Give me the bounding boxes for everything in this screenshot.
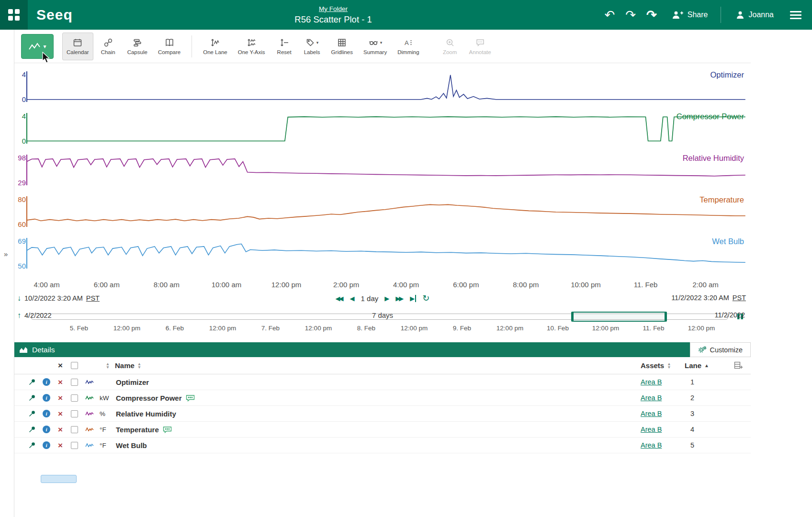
pin-icon[interactable] [28, 410, 36, 417]
signal-curve-optimizer[interactable] [27, 70, 745, 112]
asset-link[interactable]: Area B [641, 394, 662, 402]
step-size-label[interactable]: 1 day [361, 294, 379, 303]
step-back-button[interactable]: ◀ [350, 295, 355, 302]
remove-icon[interactable]: × [54, 410, 67, 418]
asset-link[interactable]: Area B [641, 426, 662, 433]
toolbar-button-one-lane[interactable]: One Lane [199, 33, 232, 60]
info-icon[interactable]: i [43, 426, 50, 433]
signal-name[interactable]: Optimizer [116, 378, 149, 386]
user-menu-button[interactable]: Joanna [735, 10, 774, 20]
share-forward-icon[interactable]: ↷ [646, 9, 657, 21]
remove-all-icon[interactable]: × [54, 361, 67, 370]
sort-lane-asc-icon[interactable]: ▲ [704, 363, 709, 368]
lane-label-relative-humidity: Relative Humidity [683, 154, 744, 163]
pin-icon[interactable] [28, 378, 36, 386]
pin-icon[interactable] [28, 426, 36, 433]
apps-grid-icon [8, 9, 20, 21]
signal-name[interactable]: Compressor Power [116, 394, 182, 402]
details-table-header: × ▲▼ Name▲▼ Assets▲▼ Lane▲ [14, 357, 751, 374]
sort-unit-icon[interactable]: ▲▼ [106, 362, 110, 369]
view-selector-button[interactable]: ▾ [21, 34, 54, 59]
info-icon[interactable]: i [43, 394, 50, 402]
sort-assets-icon[interactable]: ▲▼ [667, 362, 671, 369]
breadcrumb-my-folder[interactable]: My Folder [319, 5, 348, 12]
toolbar-button-calendar[interactable]: Calendar [62, 33, 93, 60]
toolbar-button-dimming[interactable]: A Dimming [393, 33, 423, 60]
hamburger-menu-icon[interactable] [790, 11, 801, 19]
zoom-icon [445, 38, 455, 47]
signal-curve-wet-bulb[interactable] [27, 236, 745, 278]
select-all-checkbox[interactable] [71, 362, 78, 369]
toolbar-button-reset[interactable]: Reset [271, 33, 297, 60]
timebar-end-date[interactable]: 11/2/2022 [715, 311, 745, 319]
range-end-value[interactable]: 11/2/2022 3:20 AM [671, 294, 729, 302]
toolbar-button-capsule[interactable]: Capsule [123, 33, 152, 60]
sort-name-icon[interactable]: ▲▼ [137, 362, 141, 369]
share-button[interactable]: Share [671, 10, 708, 20]
trend-view-icon [28, 42, 41, 51]
column-header-name[interactable]: Name [115, 361, 135, 370]
timezone-link-end[interactable]: PST [733, 294, 746, 302]
comment-icon[interactable] [186, 394, 195, 402]
toolbar-button-compare[interactable]: Compare [154, 33, 185, 60]
info-icon[interactable]: i [43, 378, 50, 386]
y-axis-min-label: 50 [14, 262, 26, 270]
step-to-end-button[interactable]: ▶ [410, 295, 416, 302]
unit-label: °F [98, 442, 115, 449]
timebar-duration[interactable]: 7 days [14, 311, 751, 319]
column-header-lane[interactable]: Lane [685, 361, 701, 370]
x-axis-tick: 10:00 am [212, 281, 242, 289]
refresh-icon[interactable]: ↻ [422, 293, 429, 303]
remove-icon[interactable]: × [54, 441, 67, 450]
timebar-tick: 12:00 pm [305, 325, 332, 332]
remove-icon[interactable]: × [54, 378, 67, 386]
step-forward-button[interactable]: ▶ [384, 295, 389, 302]
lane-label-compressor-power: Compressor Power [677, 112, 744, 121]
row-checkbox[interactable] [71, 410, 78, 417]
toolbar-button-labels[interactable]: ▾ Labels [299, 33, 325, 60]
step-forward-fast-button[interactable]: ▶▶ [395, 295, 404, 302]
row-checkbox[interactable] [71, 379, 78, 386]
remove-icon[interactable]: × [54, 426, 67, 434]
toolbar-button-gridlines[interactable]: Gridlines [327, 33, 357, 60]
row-checkbox[interactable] [71, 442, 78, 449]
asset-link[interactable]: Area B [641, 410, 662, 417]
reset-icon [280, 38, 289, 47]
customize-button[interactable]: Customize [690, 342, 751, 357]
customize-label: Customize [710, 346, 743, 354]
signal-curve-relative-humidity[interactable] [27, 153, 745, 195]
signal-name[interactable]: Temperature [116, 426, 159, 434]
pin-icon[interactable] [28, 441, 36, 449]
remove-icon[interactable]: × [54, 394, 67, 402]
apps-grid-button[interactable] [0, 0, 28, 30]
timebar-axis: 5. Feb12:00 pm6. Feb12:00 pm7. Feb12:00 … [14, 325, 751, 334]
one-lane-icon [210, 38, 220, 47]
summary-glasses-icon [368, 38, 379, 47]
signal-curve-temperature[interactable] [27, 195, 745, 236]
trend-lane-wet-bulb: 69 50 Wet Bulb [14, 236, 751, 278]
pin-icon[interactable] [28, 394, 36, 402]
add-column-icon[interactable] [734, 361, 743, 370]
undo-icon[interactable]: ↶ [604, 9, 615, 21]
asset-link[interactable]: Area B [641, 441, 662, 449]
info-icon[interactable]: i [43, 410, 50, 417]
toolbar-button-chain[interactable]: Chain [95, 33, 121, 60]
signal-name[interactable]: Wet Bulb [116, 441, 147, 450]
x-axis: 4:00 am6:00 am8:00 am10:00 am12:00 pm2:0… [14, 278, 751, 292]
toolbar-button-one-y-axis[interactable]: One Y-Axis [234, 33, 270, 60]
row-checkbox[interactable] [71, 426, 78, 433]
column-header-assets[interactable]: Assets [641, 361, 664, 370]
row-checkbox[interactable] [71, 394, 78, 402]
info-icon[interactable]: i [43, 441, 50, 449]
toolbar-button-summary[interactable]: ▾ Summary [359, 33, 391, 60]
timebar-tick: 6. Feb [166, 325, 184, 332]
step-back-fast-button[interactable]: ◀◀ [336, 295, 344, 302]
comment-icon[interactable] [163, 426, 172, 433]
asset-link[interactable]: Area B [641, 378, 662, 386]
details-row-compressor-power: i × kW Compressor Power Area B 2 [14, 390, 751, 406]
signal-curve-compressor-power[interactable] [27, 112, 745, 153]
expand-panel-chevron-2[interactable]: » [4, 250, 8, 258]
redo-icon[interactable]: ↷ [625, 9, 636, 21]
signal-name[interactable]: Relative Humidity [116, 410, 176, 418]
display-range-row: ↓ 10/2/2022 3:20 AM PST ◀◀ ◀ 1 day ▶ ▶▶ … [14, 292, 751, 306]
